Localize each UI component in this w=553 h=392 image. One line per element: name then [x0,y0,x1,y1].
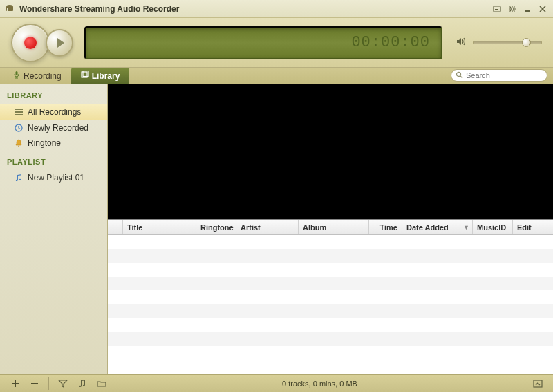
sidebar: LIBRARY All Recordings Newly Recorded Ri… [0,84,108,374]
tab-recording-label: Recording [24,71,62,81]
svg-rect-13 [534,380,542,387]
sidebar-item-newly-recorded[interactable]: Newly Recorded [0,120,107,136]
sidebar-heading-library: LIBRARY [0,84,107,104]
column-edit[interactable]: Edit [513,220,553,234]
play-icon [57,38,64,48]
time-value: 00:00:00 [351,34,430,51]
table-row[interactable] [108,249,553,263]
svg-rect-1 [495,8,499,8]
column-time[interactable]: Time [369,220,402,234]
titlebar: Wondershare Streaming Audio Recorder [0,0,553,18]
search-box[interactable] [451,69,547,82]
table-row[interactable] [108,277,553,290]
music-note-icon [14,173,24,183]
column-artist[interactable]: Artist [236,220,299,234]
transfer-button[interactable] [73,377,92,391]
svg-rect-11 [15,114,23,115]
table-row[interactable] [108,304,553,318]
time-display: 00:00:00 [84,26,442,59]
open-folder-button[interactable] [92,377,111,391]
svg-rect-5 [16,71,18,75]
control-panel: 00:00:00 [0,18,553,68]
record-button[interactable] [11,24,50,62]
table-row[interactable] [108,235,553,249]
search-input[interactable] [466,71,543,80]
sort-desc-icon: ▼ [463,224,469,231]
filter-button[interactable] [53,377,73,391]
content-area: Title Ringtone Artist Album Time Date Ad… [108,84,553,374]
settings-button[interactable] [506,3,518,15]
list-icon [14,107,24,117]
table-row[interactable] [108,290,553,304]
svg-rect-10 [15,111,23,113]
table-row[interactable] [108,332,553,346]
help-button[interactable] [491,3,503,15]
table-row[interactable] [108,346,553,360]
sidebar-item-label: All Recordings [28,107,81,117]
svg-rect-9 [15,109,23,110]
play-button[interactable] [46,29,73,57]
sidebar-item-all-recordings[interactable]: All Recordings [0,104,107,120]
tab-library[interactable]: Library [71,68,130,84]
tab-recording[interactable]: Recording [3,68,71,84]
toggle-panel-button[interactable] [528,377,547,391]
microphone-icon [12,71,21,81]
sidebar-item-playlist[interactable]: New Playlist 01 [0,170,107,185]
bell-icon [14,138,24,148]
table-row[interactable] [108,318,553,332]
clock-icon [14,123,24,133]
sidebar-item-label: Ringtone [28,138,61,148]
close-button[interactable] [536,3,549,15]
window-title: Wondershare Streaming Audio Recorder [19,4,491,14]
sidebar-item-label: New Playlist 01 [28,173,84,183]
sidebar-item-label: Newly Recorded [28,123,88,133]
column-musicid[interactable]: MusicID [473,220,513,234]
volume-thumb[interactable] [522,38,531,47]
column-date-added[interactable]: Date Added▼ [402,220,473,234]
table-row[interactable] [108,263,553,277]
sidebar-item-ringtone[interactable]: Ringtone [0,136,107,151]
tab-row: Recording Library [0,68,553,84]
tab-library-label: Library [92,71,120,81]
statusbar: 0 tracks, 0 mins, 0 MB [0,374,553,392]
table-body [108,235,553,374]
search-icon [456,69,463,82]
volume-slider[interactable] [473,41,542,44]
speaker-icon [456,37,467,49]
svg-point-3 [511,8,514,10]
svg-point-8 [457,73,461,77]
column-title[interactable]: Title [123,220,196,234]
record-icon [24,37,37,49]
svg-rect-2 [495,9,498,10]
volume-control [456,37,542,49]
sidebar-heading-playlist: PLAYLIST [0,151,107,170]
add-button[interactable] [6,377,25,391]
svg-rect-4 [525,10,530,12]
app-icon [4,3,15,15]
minimize-button[interactable] [521,3,534,15]
status-summary: 0 tracks, 0 mins, 0 MB [111,380,528,388]
library-icon [81,71,89,81]
main-body: LIBRARY All Recordings Newly Recorded Ri… [0,84,553,374]
remove-button[interactable] [25,377,44,391]
preview-area [108,84,553,220]
column-checkbox[interactable] [108,220,123,234]
column-album[interactable]: Album [299,220,369,234]
column-ringtone[interactable]: Ringtone [196,220,236,234]
table-header: Title Ringtone Artist Album Time Date Ad… [108,220,553,235]
